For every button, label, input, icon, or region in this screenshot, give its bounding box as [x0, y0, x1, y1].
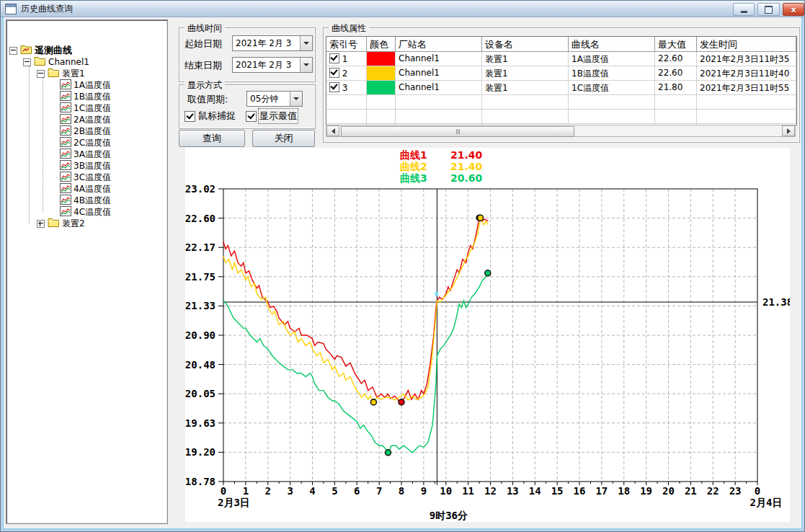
chart-card: 23.0222.6022.1721.7521.3320.9020.4820.05…	[185, 148, 790, 522]
x-tick-label: 5	[332, 485, 337, 497]
tree-item-3B温度值[interactable]: 3B温度值	[50, 160, 111, 172]
table-header-cell[interactable]: 颜色	[367, 37, 396, 51]
tree-item-遥测曲线[interactable]: 遥测曲线	[9, 45, 72, 56]
query-button[interactable]: 查询	[179, 130, 245, 147]
series-line-3	[223, 273, 488, 453]
titlebar[interactable]: 历史曲线查询	[1, 1, 804, 17]
tree-item-3C温度值[interactable]: 3C温度值	[50, 172, 111, 183]
table-row[interactable]: 3Channel1装置11C温度值21.802021年2月3日11时55	[326, 81, 796, 95]
tree-item-3A温度值[interactable]: 3A温度值	[50, 148, 111, 160]
table-row[interactable]: 2Channel1装置11B温度值22.602021年2月3日11时40	[326, 66, 796, 81]
check-icon	[186, 111, 193, 119]
collapse-icon[interactable]	[23, 58, 31, 66]
series-2-max-marker	[478, 215, 484, 221]
close-icon: x	[791, 6, 796, 14]
curve-icon	[60, 114, 71, 126]
expand-icon[interactable]	[37, 220, 45, 228]
empty-cell	[697, 95, 796, 109]
curve-icon	[60, 160, 71, 172]
color-cell	[367, 52, 396, 66]
collapse-icon[interactable]	[37, 70, 45, 78]
curve-cell: 1A温度值	[569, 52, 655, 66]
curve-icon	[60, 183, 71, 195]
x-tick-label: 8	[399, 485, 404, 497]
row-checkbox[interactable]	[329, 82, 339, 92]
table-header-cell[interactable]: 索引号	[326, 37, 367, 51]
tree-item-label: 装置1	[62, 68, 85, 80]
tree-item-Channel1[interactable]: Channel1	[23, 56, 89, 68]
tree-item-label: 4C温度值	[74, 206, 111, 218]
scroll-left-button[interactable]	[326, 125, 339, 136]
series-3-max-marker	[485, 270, 491, 276]
table-header-cell[interactable]: 曲线名	[569, 37, 655, 51]
checkbox-box[interactable]	[184, 111, 195, 122]
tree-item-2B温度值[interactable]: 2B温度值	[50, 125, 111, 137]
start-date-dropdown-button[interactable]	[300, 36, 312, 50]
table-empty-row	[326, 95, 796, 110]
series-line-1	[223, 218, 488, 402]
device-cell: 装置1	[482, 81, 569, 94]
window-title: 历史曲线查询	[21, 3, 73, 15]
group-display-mode-title: 显示方式	[184, 79, 225, 92]
period-dropdown-button[interactable]	[290, 92, 302, 106]
end-date-dropdown-button[interactable]	[300, 58, 312, 72]
curve-icon	[60, 137, 71, 149]
curve-icon	[60, 195, 71, 207]
row-checkbox[interactable]	[329, 68, 339, 78]
history-curve-chart[interactable]: 23.0222.6022.1721.7521.3320.9020.4820.05…	[185, 148, 790, 522]
tree-item-4B温度值[interactable]: 4B温度值	[50, 195, 111, 206]
maximize-button[interactable]	[757, 3, 780, 16]
curve-cell: 1B温度值	[569, 66, 655, 80]
tree-item-1A温度值[interactable]: 1A温度值	[50, 79, 111, 91]
table-header-cell[interactable]: 设备名	[482, 37, 569, 51]
checkbox-box[interactable]	[246, 111, 257, 122]
tree-item-label: 1A温度值	[74, 79, 111, 92]
tree-item-1B温度值[interactable]: 1B温度值	[50, 91, 111, 102]
close-action-button[interactable]: 关闭	[252, 130, 315, 147]
time-cell: 2021年2月3日11时55	[697, 81, 796, 94]
crosshair-value-label: 21.38	[762, 296, 790, 308]
max-cell: 22.60	[655, 52, 697, 66]
row-checkbox[interactable]	[329, 53, 339, 63]
legend-value: 20.60	[450, 172, 482, 184]
mouse-capture-checkbox[interactable]: 鼠标捕捉	[184, 110, 236, 123]
tree-item-label: 3C温度值	[74, 172, 111, 184]
scroll-right-button[interactable]	[782, 125, 795, 136]
end-date-combo[interactable]: 2021年 2月 3	[232, 57, 313, 73]
arrow-right-icon	[787, 128, 791, 134]
tree-item-4A温度值[interactable]: 4A温度值	[50, 183, 111, 195]
table-header-cell[interactable]: 最大值	[655, 37, 697, 51]
tree-item-label: 4A温度值	[74, 183, 111, 195]
tree-item-装置1[interactable]: 装置1	[37, 68, 85, 79]
x-tick-label: 13	[507, 485, 519, 497]
tree-item-2A温度值[interactable]: 2A温度值	[50, 114, 111, 125]
scroll-thumb[interactable]	[341, 126, 574, 137]
close-button[interactable]: x	[783, 3, 804, 16]
max-cell: 21.80	[655, 81, 697, 94]
end-date-label: 结束日期	[184, 59, 222, 72]
x-date-right-label: 2月4日	[750, 497, 783, 508]
color-cell	[367, 66, 396, 80]
station-cell: Channel1	[396, 66, 482, 80]
table-row[interactable]: 1Channel1装置11A温度值22.602021年2月3日11时35	[326, 52, 796, 66]
empty-cell	[396, 95, 482, 109]
minimize-button[interactable]	[733, 3, 755, 16]
tree-item-装置2[interactable]: 装置2	[37, 218, 85, 229]
check-icon	[330, 82, 337, 90]
color-swatch	[367, 81, 395, 94]
row-index-cell: 2	[326, 66, 367, 80]
tree-item-2C温度值[interactable]: 2C温度值	[50, 137, 111, 148]
series-2-min-marker	[370, 399, 376, 405]
period-combo[interactable]: 05分钟	[246, 91, 303, 107]
table-header-cell[interactable]: 厂站名	[396, 37, 482, 51]
empty-cell	[482, 110, 569, 123]
table-header-cell[interactable]: 发生时间	[697, 37, 796, 51]
y-tick-label: 21.75	[185, 271, 215, 283]
show-extremes-checkbox[interactable]: 显示最值	[246, 110, 297, 123]
tree-item-1C温度值[interactable]: 1C温度值	[50, 102, 111, 114]
tree-item-4C温度值[interactable]: 4C温度值	[50, 206, 111, 218]
start-date-combo[interactable]: 2021年 2月 3	[232, 35, 313, 51]
curve-icon	[60, 206, 71, 218]
horizontal-scrollbar[interactable]	[326, 125, 796, 137]
collapse-icon[interactable]	[9, 47, 17, 55]
